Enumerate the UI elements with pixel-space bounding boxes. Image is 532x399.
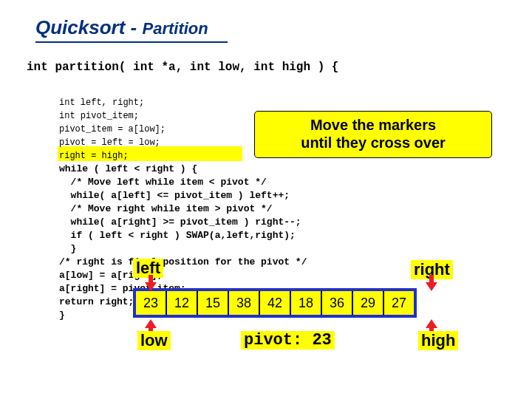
code-line: pivot_item = a[low]; (59, 124, 166, 134)
array-cell: 23 (136, 291, 167, 315)
label-low: low (137, 331, 171, 350)
array-cell: 15 (198, 291, 229, 315)
callout-line: until they cross over (301, 134, 446, 151)
array-cell: 29 (353, 291, 384, 315)
array-cell: 42 (260, 291, 291, 315)
code-line: } (59, 243, 76, 254)
label-high: high (418, 331, 458, 350)
pivot-display: pivot: 23 (241, 331, 335, 349)
code-line: /* right is final position for the pivot… (59, 256, 307, 267)
title-main: Quicksort - (35, 16, 142, 38)
callout-bubble: Move the markers until they cross over (254, 111, 492, 158)
callout-line: Move the markers (310, 117, 436, 133)
pivot-value: 23 (312, 331, 331, 349)
array-cell: 18 (291, 291, 322, 315)
array-cell: 12 (167, 291, 198, 315)
code-line-highlighted: while ( left < right ) { (59, 163, 197, 174)
code-line: pivot = left = low; (59, 137, 160, 148)
array-cell: 38 (229, 291, 260, 315)
arrow-up-icon (145, 319, 157, 328)
code-line: right = high; (59, 151, 129, 161)
array-cells: 23 12 15 38 42 18 36 29 27 (133, 288, 417, 318)
arrow-down-icon (426, 282, 437, 291)
array-cell: 36 (322, 291, 353, 315)
pivot-label: pivot: (244, 331, 302, 349)
code-line: while( a[right] >= pivot_item ) right--; (59, 216, 301, 228)
code-line: int pivot_item; (59, 111, 139, 121)
code-line: while( a[left] <= pivot_item ) left++; (59, 190, 290, 201)
array-cell: 27 (384, 291, 414, 315)
title-sub: Partition (142, 19, 208, 38)
code-line: } (59, 310, 65, 321)
slide-title: Quicksort - Partition (35, 16, 208, 39)
title-underline (35, 41, 228, 43)
function-signature: int partition( int *a, int low, int high… (27, 61, 338, 74)
code-line: /* Move left while item < pivot */ (59, 177, 267, 188)
arrow-up-icon (426, 319, 437, 328)
code-line: if ( left < right ) SWAP(a,left,right); (59, 230, 296, 241)
array-diagram: 23 12 15 38 42 18 36 29 27 (133, 288, 417, 318)
code-line: /* Move right while item > pivot */ (59, 203, 273, 214)
code-line: return right; (59, 296, 134, 307)
arrow-down-icon (145, 282, 157, 291)
code-line: int left, right; (59, 98, 144, 108)
